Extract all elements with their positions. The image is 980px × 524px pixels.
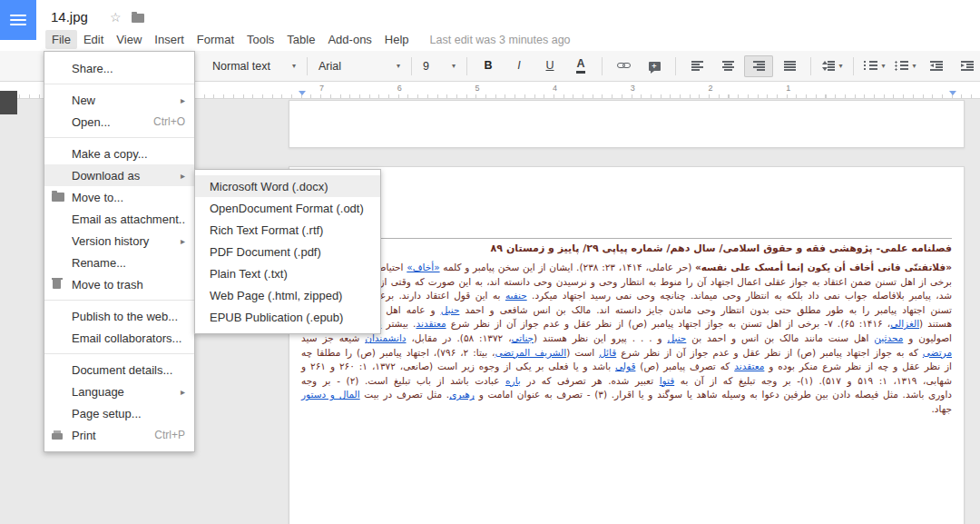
menu-help[interactable]: Help (378, 30, 416, 49)
download-option-plain-text-txt[interactable]: Plain Text (.txt) (195, 262, 380, 284)
indent-marker-left[interactable] (299, 91, 306, 95)
doc-link[interactable]: محدثین (874, 332, 903, 343)
document-title[interactable]: 14.jpg (51, 9, 88, 25)
align-right-button[interactable] (744, 55, 773, 77)
file-menu-item-share[interactable]: Share... (44, 57, 194, 79)
menu-edit[interactable]: Edit (77, 30, 110, 49)
file-menu-item-email-collaborators[interactable]: Email collaborators... (44, 327, 194, 349)
doc-link[interactable]: الشریف المرتضی (495, 347, 566, 358)
doc-text: (حر عاملی، ۱۴۱۴، ۲۳: ۲۳۸). ایشان از این … (440, 262, 695, 272)
page-1-bottom (289, 100, 965, 148)
menu-item-label: New (72, 94, 173, 107)
align-center-button[interactable] (713, 55, 742, 77)
font-size-selector[interactable]: 9▾ (417, 55, 461, 77)
doc-text: هستند ( (919, 318, 952, 329)
doc-link[interactable]: فتوا (660, 375, 675, 386)
doc-line: برخی از اهل تسنن ضمن اعتقاد به جواز عقلی… (301, 275, 952, 290)
star-icon[interactable]: ☆ (110, 10, 122, 25)
ruler-number: 3 (631, 84, 635, 93)
chevron-down-icon: ▾ (397, 62, 400, 70)
document-body-text[interactable]: «فلاتفتنّی فانی أخاف أن یکون إنما أمسک ع… (301, 261, 952, 417)
menu-view[interactable]: View (110, 30, 148, 49)
doc-link[interactable]: مرتضی (923, 347, 952, 358)
file-menu-item-publish-to-the-web[interactable]: Publish to the web... (44, 305, 194, 327)
doc-link[interactable]: معتقدند (734, 361, 764, 371)
ruler-number: 5 (475, 84, 479, 93)
file-menu-item-page-setup[interactable]: Page setup... (44, 402, 194, 424)
underline-button[interactable]: U (535, 55, 564, 77)
align-justify-button[interactable] (775, 55, 804, 77)
file-menu-item-download-as[interactable]: Download as▸ (44, 164, 194, 186)
align-justify-icon (784, 61, 796, 71)
file-menu-item-language[interactable]: Language▸ (44, 381, 194, 402)
doc-line: اصولیون و محدثین اهل سنت مانند مالک بن ا… (301, 331, 952, 346)
doc-link[interactable]: «أخاف» (407, 262, 439, 272)
last-edit-status[interactable]: Last edit was 3 minutes ago (430, 34, 571, 46)
doc-link[interactable]: المال و دستور (301, 389, 360, 400)
file-menu-item-move-to-trash[interactable]: Move to trash (44, 273, 194, 295)
menu-add-ons[interactable]: Add-ons (321, 30, 377, 49)
download-option-opendocument-format-odt[interactable]: OpenDocument Format (.odt) (195, 197, 380, 219)
align-left-button[interactable] (682, 55, 711, 77)
doc-link[interactable]: حنفیه (505, 290, 527, 301)
file-menu-item-move-to[interactable]: Move to... (44, 186, 194, 208)
doc-text: است ( (566, 347, 599, 358)
text-color-button[interactable]: A (566, 55, 595, 77)
file-menu-item-document-details[interactable]: Document details... (44, 359, 194, 381)
menu-item-label: Email collaborators... (72, 331, 185, 345)
font-selector[interactable]: Arial▾ (313, 55, 406, 77)
move-to-folder-icon[interactable] (132, 14, 144, 23)
bold-button[interactable]: B (474, 55, 503, 77)
document-outline-tab[interactable] (0, 91, 17, 114)
page-2[interactable]: فصلنامه علمی- پژوهشی فقه و حقوق اسلامی/ … (289, 166, 965, 524)
file-menu-item-email-as-attachment[interactable]: Email as attachment... (44, 208, 194, 230)
menu-format[interactable]: Format (191, 30, 240, 49)
increase-indent-icon (961, 61, 974, 71)
numbered-list-button[interactable]: ▾ (860, 55, 889, 77)
doc-link[interactable]: الغزالی (890, 318, 919, 329)
numbered-list-icon (864, 61, 877, 71)
style-selector[interactable]: Normal text▾ (207, 55, 301, 77)
doc-link[interactable]: رهبری (449, 389, 475, 400)
doc-link[interactable]: معتقدند (416, 318, 446, 329)
menu-file[interactable]: File (45, 30, 77, 49)
download-option-pdf-document-pdf[interactable]: PDF Document (.pdf) (195, 241, 380, 262)
doc-link[interactable]: حنبل (441, 304, 460, 315)
download-option-web-page-html-zipped[interactable]: Web Page (.html, zipped) (195, 284, 380, 306)
decrease-indent-button[interactable] (922, 55, 951, 77)
doc-link[interactable]: قولی (615, 361, 635, 371)
indent-marker-right[interactable] (949, 91, 956, 95)
increase-indent-button[interactable] (953, 55, 980, 77)
doc-link[interactable]: باره (505, 375, 521, 386)
italic-button[interactable]: I (505, 55, 534, 77)
bulleted-list-button[interactable]: ▾ (891, 55, 920, 77)
menu-item-label: Share... (72, 62, 185, 75)
file-menu-item-new[interactable]: New▸ (44, 89, 194, 111)
doc-text: تسنن اجتهاد پیامبر را به طور مطلق حتی بد… (459, 304, 952, 315)
toolbar-separator (307, 57, 308, 75)
file-menu-item-open[interactable]: Open...Ctrl+O (44, 111, 194, 133)
add-comment-icon (649, 62, 661, 71)
doc-link[interactable]: حنبل (668, 332, 687, 343)
menu-item-label: Rename... (72, 256, 185, 270)
doc-text: . مثل تصرف در بیت (360, 389, 450, 400)
file-menu-item-version-history[interactable]: Version history▸ (44, 230, 194, 252)
file-menu-item-make-a-copy[interactable]: Make a copy... (44, 143, 194, 164)
menu-tools[interactable]: Tools (240, 30, 280, 49)
menu-bar: FileEditViewInsertFormatToolsTableAdd-on… (45, 29, 571, 50)
menu-item-label: Download as (72, 169, 173, 183)
line-spacing-button[interactable]: ▾ (818, 55, 847, 77)
file-menu-item-rename[interactable]: Rename... (44, 252, 194, 273)
insert-link-button[interactable] (609, 55, 638, 77)
menu-insert[interactable]: Insert (148, 30, 191, 49)
file-menu-item-print[interactable]: PrintCtrl+P (44, 424, 194, 446)
download-option-rich-text-format-rtf[interactable]: Rich Text Format (.rtf) (195, 219, 380, 241)
download-option-microsoft-word-docx[interactable]: Microsoft Word (.docx) (195, 175, 380, 197)
doc-link[interactable]: قائل (599, 347, 616, 358)
menu-table[interactable]: Table (280, 30, 321, 49)
docs-hamburger-icon[interactable] (0, 0, 36, 40)
download-option-epub-publication-epub[interactable]: EPUB Publication (.epub) (195, 306, 380, 328)
toolbar-controls: Normal text▾Arial▾9▾BIUA▾▾▾ (207, 55, 973, 77)
add-comment-button[interactable] (640, 55, 669, 77)
doc-link[interactable]: جناتی (512, 332, 534, 343)
